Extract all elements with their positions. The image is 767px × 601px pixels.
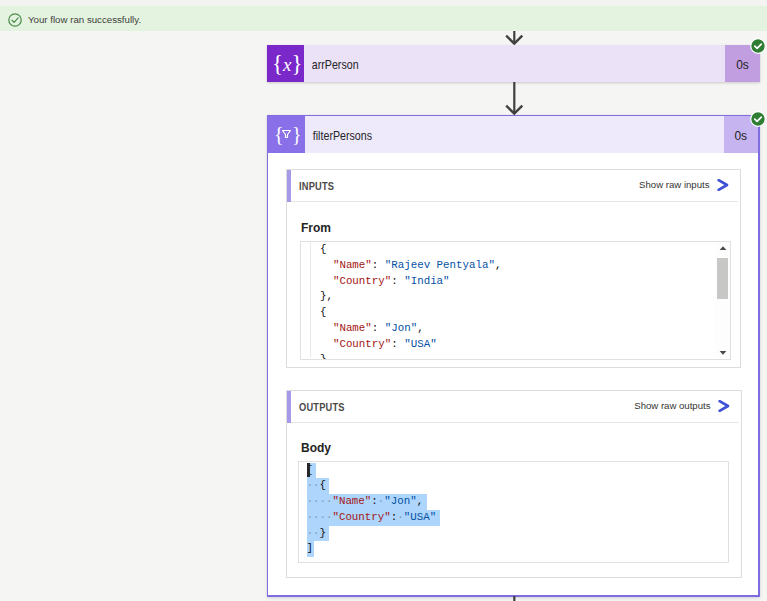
svg-text:{: { (274, 123, 284, 145)
svg-text:}: } (292, 123, 300, 145)
